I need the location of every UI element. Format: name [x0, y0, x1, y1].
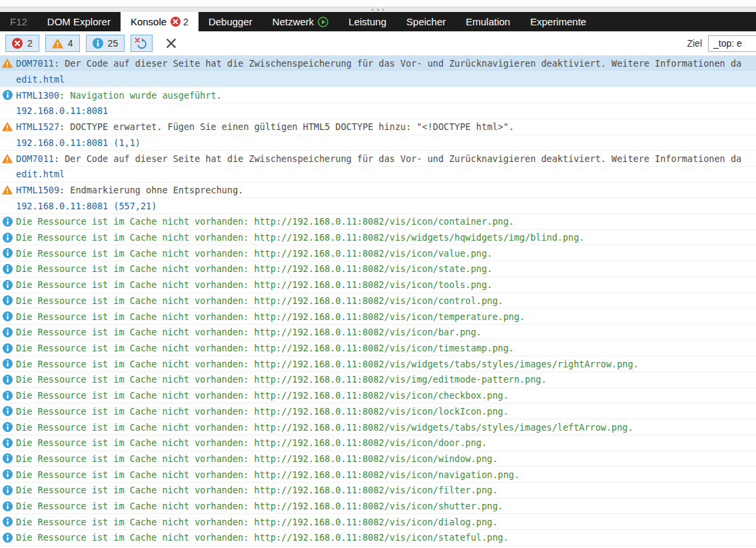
message-text: Die Ressource ist im Cache nicht vorhand…: [16, 517, 498, 527]
tab-bar: F12 DOM Explorer Konsole 2 Debugger Netz…: [0, 12, 756, 31]
filter-errors-button[interactable]: 2: [5, 35, 39, 52]
tab-label: Netzwerk: [272, 16, 314, 27]
message-text: Die Ressource ist im Cache nicht vorhand…: [16, 295, 504, 306]
console-source-row: edit.html: [0, 72, 756, 88]
info-icon: [2, 533, 13, 543]
tab-f12[interactable]: F12: [0, 12, 37, 31]
console-message-row[interactable]: HTML1527: DOCTYPE erwartet. Fügen Sie ei…: [0, 119, 756, 135]
tab-label: F12: [10, 16, 27, 27]
console-message-row[interactable]: Die Ressource ist im Cache nicht vorhand…: [0, 245, 756, 261]
filter-warnings-button[interactable]: 4: [45, 35, 80, 52]
console-message-row[interactable]: Die Ressource ist im Cache nicht vorhand…: [0, 451, 756, 467]
console-source-row: edit.html: [0, 167, 756, 183]
tab-leistung[interactable]: Leistung: [338, 12, 396, 31]
tab-konsole[interactable]: Konsole 2: [121, 12, 198, 31]
warning-icon: [2, 185, 13, 195]
warning-count: 4: [68, 38, 73, 49]
message-text: Die Ressource ist im Cache nicht vorhand…: [16, 485, 498, 495]
info-icon: [2, 391, 13, 401]
tab-debugger[interactable]: Debugger: [198, 12, 262, 31]
console-message-row[interactable]: Die Ressource ist im Cache nicht vorhand…: [0, 419, 756, 435]
target-frame-dropdown[interactable]: _top: e: [708, 35, 756, 52]
info-icon: [2, 485, 13, 495]
info-icon: [2, 264, 13, 274]
info-icon: [2, 311, 13, 321]
info-icon: [2, 438, 13, 448]
message-colon: :: [54, 58, 65, 69]
target-frame-value: _top: e: [713, 38, 742, 49]
warning-icon: [2, 122, 13, 131]
message-text: Die Ressource ist im Cache nicht vorhand…: [16, 279, 492, 290]
info-icon: [2, 90, 13, 100]
message-text: DOCTYPE erwartet. Fügen Sie einen gültig…: [70, 121, 514, 132]
console-message-row[interactable]: Die Ressource ist im Cache nicht vorhand…: [0, 372, 756, 388]
message-colon: :: [59, 90, 70, 101]
message-text: Der Code auf dieser Seite hat die Zwisch…: [65, 58, 741, 69]
console-message-row[interactable]: Die Ressource ist im Cache nicht vorhand…: [0, 403, 756, 419]
tab-label: Experimente: [530, 16, 586, 27]
source-link[interactable]: edit.html: [16, 169, 65, 179]
console-message-row[interactable]: Die Ressource ist im Cache nicht vorhand…: [0, 309, 756, 325]
console-message-row[interactable]: Die Ressource ist im Cache nicht vorhand…: [0, 325, 756, 341]
tab-netzwerk[interactable]: Netzwerk: [262, 12, 339, 31]
message-colon: :: [59, 121, 70, 132]
info-icon: [2, 501, 13, 511]
console-message-row[interactable]: Die Ressource ist im Cache nicht vorhand…: [0, 341, 756, 357]
console-source-row: 192.168.0.11:8081: [0, 103, 756, 119]
source-link[interactable]: 192.168.0.11:8081 (557,21): [16, 201, 157, 211]
clear-console-button[interactable]: [162, 35, 181, 52]
message-text: Die Ressource ist im Cache nicht vorhand…: [16, 453, 498, 464]
console-message-row[interactable]: Die Ressource ist im Cache nicht vorhand…: [0, 214, 756, 230]
console-message-row[interactable]: Die Ressource ist im Cache nicht vorhand…: [0, 293, 756, 309]
tab-emulation[interactable]: Emulation: [456, 12, 520, 31]
tab-error-badge: 2: [171, 17, 189, 27]
source-link[interactable]: 192.168.0.11:8081: [16, 105, 108, 116]
target-label: Ziel: [687, 38, 702, 49]
console-message-row[interactable]: Die Ressource ist im Cache nicht vorhand…: [0, 356, 756, 372]
message-text: Die Ressource ist im Cache nicht vorhand…: [16, 501, 504, 511]
message-text: Die Ressource ist im Cache nicht vorhand…: [16, 390, 509, 401]
close-icon: [165, 37, 177, 49]
console-message-row[interactable]: Die Ressource ist im Cache nicht vorhand…: [0, 530, 756, 546]
console-pane: DOM7011: Der Code auf dieser Seite hat d…: [0, 56, 756, 547]
message-text: Die Ressource ist im Cache nicht vorhand…: [16, 327, 482, 337]
message-text: Die Ressource ist im Cache nicht vorhand…: [16, 374, 547, 385]
message-text: Navigation wurde ausgeführt.: [70, 90, 222, 101]
console-message-row[interactable]: Die Ressource ist im Cache nicht vorhand…: [0, 230, 756, 246]
source-link[interactable]: edit.html: [16, 74, 65, 85]
message-code: DOM7011: [16, 153, 54, 164]
clear-on-navigate-toggle[interactable]: [131, 35, 153, 52]
info-icon: [2, 327, 13, 337]
message-text: Endmarkierung ohne Entsprechung.: [70, 185, 243, 195]
console-message-row[interactable]: Die Ressource ist im Cache nicht vorhand…: [0, 261, 756, 277]
tab-speicher[interactable]: Speicher: [396, 12, 456, 31]
console-message-row[interactable]: DOM7011: Der Code auf dieser Seite hat d…: [0, 56, 756, 72]
console-message-row[interactable]: Die Ressource ist im Cache nicht vorhand…: [0, 435, 756, 451]
console-message-row[interactable]: Die Ressource ist im Cache nicht vorhand…: [0, 514, 756, 530]
message-text: Die Ressource ist im Cache nicht vorhand…: [16, 406, 509, 417]
info-icon: [2, 343, 13, 353]
info-icon: [2, 295, 13, 305]
console-message-row[interactable]: HTML1509: Endmarkierung ohne Entsprechun…: [0, 183, 756, 199]
filter-info-button[interactable]: 25: [86, 35, 125, 52]
tab-badge-count: 2: [183, 17, 189, 27]
console-message-row[interactable]: Die Ressource ist im Cache nicht vorhand…: [0, 277, 756, 293]
message-code: HTML1509: [16, 185, 59, 195]
console-message-row[interactable]: DOM7011: Der Code auf dieser Seite hat d…: [0, 151, 756, 167]
console-message-row[interactable]: HTML1300: Navigation wurde ausgeführt.: [0, 87, 756, 103]
console-message-row[interactable]: Die Ressource ist im Cache nicht vorhand…: [0, 388, 756, 404]
source-link[interactable]: 192.168.0.11:8081 (1,1): [16, 137, 141, 148]
info-icon: [2, 406, 13, 416]
message-text: Die Ressource ist im Cache nicht vorhand…: [16, 263, 492, 274]
splitter-dot: [377, 9, 379, 11]
devtools-splitter-handle[interactable]: [0, 7, 756, 12]
tab-label: Konsole: [131, 16, 167, 27]
console-message-row[interactable]: Die Ressource ist im Cache nicht vorhand…: [0, 467, 756, 483]
tab-dom-explorer[interactable]: DOM Explorer: [37, 12, 121, 31]
tab-experimente[interactable]: Experimente: [520, 12, 596, 31]
info-icon: [93, 38, 103, 49]
console-message-row[interactable]: Die Ressource ist im Cache nicht vorhand…: [0, 499, 756, 515]
console-source-row: 192.168.0.11:8081 (557,21): [0, 198, 756, 214]
console-message-row[interactable]: Die Ressource ist im Cache nicht vorhand…: [0, 483, 756, 499]
info-icon: [2, 469, 13, 479]
